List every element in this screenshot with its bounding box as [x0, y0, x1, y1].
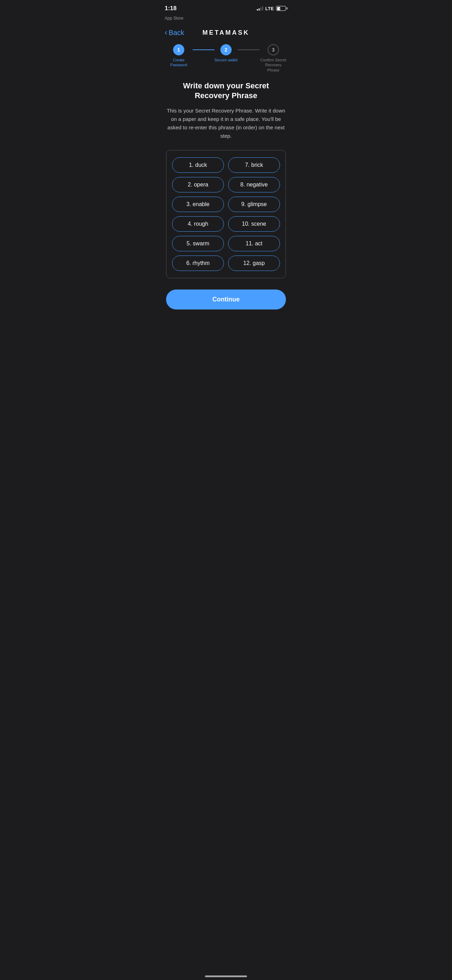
- battery-icon: 40: [276, 6, 287, 11]
- phrase-box: 1. duck7. brick2. opera8. negative3. ena…: [166, 150, 286, 278]
- step-1-circle: 1: [173, 44, 184, 56]
- step-2: 2 Secure wallet: [215, 44, 237, 62]
- phrase-word: 11. act: [228, 236, 280, 251]
- phrase-word: 4. rough: [172, 216, 224, 232]
- phrase-word: 5. swarm: [172, 236, 224, 251]
- back-label: Back: [169, 29, 184, 37]
- page-title: Write down your Secret Recovery Phrase: [166, 81, 286, 101]
- phrase-word: 10. scene: [228, 216, 280, 232]
- step-line-1: [193, 49, 215, 50]
- phrase-word: 12. gasp: [228, 256, 280, 271]
- app-store-back: App Store: [158, 13, 294, 24]
- continue-button[interactable]: Continue: [166, 290, 286, 310]
- signal-icon: [257, 6, 263, 11]
- app-title: METAMASK: [202, 29, 250, 37]
- app-store-label: App Store: [165, 16, 183, 21]
- lte-label: LTE: [265, 6, 274, 11]
- main-content: Write down your Secret Recovery Phrase T…: [158, 81, 294, 323]
- phrase-grid: 1. duck7. brick2. opera8. negative3. ena…: [172, 158, 280, 271]
- status-bar: 1:18 LTE 40: [158, 0, 294, 13]
- time: 1:18: [165, 5, 177, 12]
- phrase-word: 6. rhythm: [172, 256, 224, 271]
- progress-stepper: 1 Create Password 2 Secure wallet 3 Conf…: [158, 44, 294, 81]
- phrase-word: 1. duck: [172, 158, 224, 173]
- phrase-word: 7. brick: [228, 158, 280, 173]
- step-3-circle: 3: [268, 44, 279, 56]
- step-2-circle: 2: [220, 44, 232, 56]
- step-line-2: [237, 49, 259, 50]
- step-2-label: Secure wallet: [215, 57, 237, 62]
- status-bar-right: LTE 40: [257, 6, 287, 11]
- phrase-word: 2. opera: [172, 177, 224, 192]
- step-3-label: Confirm Secret Recovery Phrase: [259, 57, 287, 73]
- phrase-word: 9. glimpse: [228, 197, 280, 212]
- phrase-word: 8. negative: [228, 177, 280, 192]
- back-button[interactable]: ‹ Back: [165, 27, 184, 38]
- chevron-left-icon: ‹: [165, 28, 167, 37]
- page-header: ‹ Back METAMASK: [158, 24, 294, 44]
- step-3: 3 Confirm Secret Recovery Phrase: [259, 44, 287, 73]
- step-1-label: Create Password: [165, 57, 193, 68]
- step-1: 1 Create Password: [165, 44, 193, 68]
- page-description: This is your Secret Recovery Phrase. Wri…: [166, 107, 286, 140]
- phrase-word: 3. enable: [172, 197, 224, 212]
